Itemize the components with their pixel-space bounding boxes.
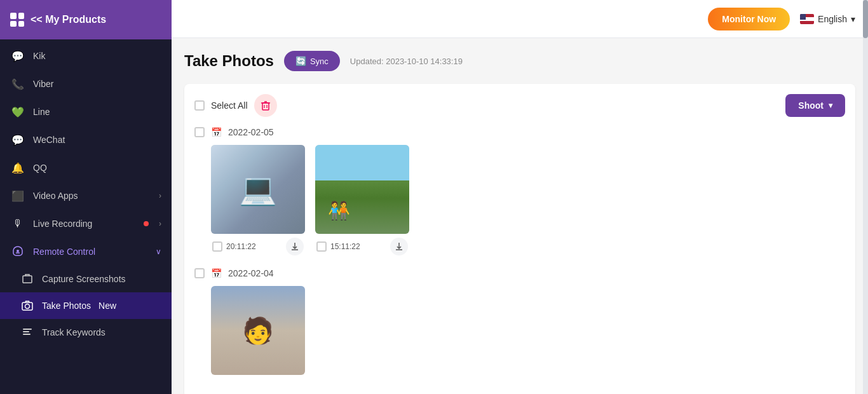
- language-selector[interactable]: English ▾: [800, 14, 855, 24]
- language-label: English: [818, 14, 847, 24]
- capture-screenshots-icon: [20, 272, 34, 286]
- sidebar-item-capture-screenshots[interactable]: Capture Screenshots: [0, 266, 172, 292]
- date-group-checkbox[interactable]: [194, 127, 205, 137]
- photo-check: 15:11:22: [316, 241, 360, 252]
- photo-image: 🧑‍🤝‍🧑: [315, 145, 409, 234]
- svg-rect-5: [23, 329, 32, 330]
- date-header-2: 📅 2022-02-04: [194, 268, 845, 278]
- topbar: Monitor Now English ▾: [172, 0, 868, 38]
- remote-control-icon: [10, 244, 25, 259]
- content-card: Select All Shoot ▾: [184, 84, 855, 394]
- date-text: 2022-02-04: [228, 268, 274, 278]
- photo-item: 🧑: [211, 286, 305, 375]
- download-button[interactable]: [286, 238, 304, 255]
- sidebar-header[interactable]: << My Products: [0, 0, 172, 39]
- monitor-now-button[interactable]: Monitor Now: [708, 8, 790, 31]
- chevron-down-icon: ∨: [156, 247, 161, 256]
- photo-time: 20:11:22: [226, 242, 256, 251]
- page-area: Take Photos 🔄 Sync Updated: 2023-10-10 1…: [172, 38, 868, 394]
- sidebar-item-remote-control[interactable]: Remote Control ∨: [0, 238, 172, 266]
- photo-thumbnail: 🧑: [211, 286, 305, 375]
- chevron-right-icon: ›: [159, 191, 161, 200]
- sidebar-item-qq[interactable]: 🔔 QQ: [0, 154, 172, 182]
- select-all-checkbox[interactable]: [194, 100, 205, 111]
- sidebar: << My Products 💬 Kik 📞 Viber 💚 Line 💬 We…: [0, 0, 172, 394]
- chevron-right-icon: ›: [159, 219, 161, 228]
- photo-checkbox[interactable]: [316, 241, 327, 252]
- photo-item: 20:11:22: [211, 145, 305, 255]
- updated-text: Updated: 2023-10-10 14:33:19: [350, 57, 463, 66]
- sidebar-item-label: Track Keywords: [42, 327, 105, 337]
- sidebar-item-label: Kik: [33, 51, 161, 61]
- sidebar-item-take-photos[interactable]: Take Photos New: [0, 292, 172, 319]
- svg-rect-7: [23, 334, 31, 335]
- shoot-label: Shoot: [798, 100, 824, 111]
- date-group-checkbox[interactable]: [194, 268, 205, 278]
- chevron-down-icon: ▾: [829, 101, 832, 110]
- viber-icon: 📞: [10, 76, 25, 92]
- sidebar-item-line[interactable]: 💚 Line: [0, 98, 172, 126]
- photo-thumbnail: [211, 145, 305, 234]
- sidebar-item-label: Line: [33, 107, 161, 117]
- svg-point-4: [25, 304, 30, 309]
- sidebar-item-kik[interactable]: 💬 Kik: [0, 42, 172, 70]
- photo-footer: 15:11:22: [315, 238, 409, 255]
- main-content: Monitor Now English ▾ Take Photos 🔄 Sync…: [172, 0, 868, 394]
- sidebar-item-label: Video Apps: [33, 191, 151, 201]
- delete-button[interactable]: [254, 94, 277, 117]
- svg-rect-2: [23, 276, 32, 283]
- date-text: 2022-02-05: [228, 127, 274, 137]
- download-button[interactable]: [390, 238, 408, 255]
- sync-button[interactable]: 🔄 Sync: [284, 51, 340, 71]
- sidebar-item-label: Remote Control: [33, 247, 148, 257]
- kik-icon: 💬: [10, 48, 25, 64]
- svg-rect-6: [23, 331, 29, 332]
- photo-footer: 20:11:22: [211, 238, 305, 255]
- select-all-label: Select All: [211, 100, 248, 111]
- sidebar-item-label: Live Recording: [33, 219, 136, 229]
- scrollbar-thumb[interactable]: [863, 0, 868, 38]
- sidebar-item-wechat[interactable]: 💬 WeChat: [0, 126, 172, 154]
- new-badge: New: [98, 301, 116, 311]
- date-group-1: 📅 2022-02-05 20:11:22: [194, 127, 845, 255]
- select-all-area: Select All: [194, 94, 277, 117]
- sidebar-item-live-recording[interactable]: 🎙 Live Recording ›: [0, 210, 172, 238]
- line-icon: 💚: [10, 104, 25, 119]
- svg-point-0: [17, 250, 19, 252]
- svg-rect-8: [262, 103, 269, 110]
- photo-checkbox[interactable]: [212, 241, 222, 252]
- date-group-2: 📅 2022-02-04 🧑: [194, 268, 845, 375]
- sidebar-item-label: Capture Screenshots: [42, 274, 126, 284]
- track-keywords-icon: [20, 325, 34, 339]
- video-apps-icon: ⬛: [10, 188, 25, 203]
- trash-icon: [260, 100, 271, 111]
- chevron-down-icon: ▾: [851, 14, 855, 24]
- live-recording-icon: 🎙: [10, 216, 25, 231]
- photo-image: [211, 145, 305, 234]
- photo-image: 🧑: [211, 286, 305, 375]
- page-header: Take Photos 🔄 Sync Updated: 2023-10-10 1…: [184, 51, 855, 71]
- sidebar-item-video-apps[interactable]: ⬛ Video Apps ›: [0, 182, 172, 210]
- sidebar-item-label: QQ: [33, 163, 161, 173]
- grid-icon: [10, 13, 24, 27]
- sync-label: Sync: [310, 57, 329, 66]
- sidebar-item-label: Viber: [33, 79, 161, 89]
- photo-thumbnail: 🧑‍🤝‍🧑: [315, 145, 409, 234]
- take-photos-icon: [20, 299, 34, 313]
- wechat-icon: 💬: [10, 132, 25, 147]
- page-title: Take Photos: [184, 52, 274, 70]
- sidebar-item-label: Take Photos: [42, 301, 91, 311]
- sidebar-item-viber[interactable]: 📞 Viber: [0, 70, 172, 98]
- sidebar-nav: 💬 Kik 📞 Viber 💚 Line 💬 WeChat 🔔 QQ ⬛ Vid…: [0, 39, 172, 394]
- photo-time: 15:11:22: [330, 242, 360, 251]
- calendar-icon: 📅: [211, 127, 222, 137]
- calendar-icon: 📅: [211, 268, 222, 278]
- flag-icon: [800, 14, 814, 24]
- photo-grid-2: 🧑: [194, 286, 845, 375]
- shoot-button[interactable]: Shoot ▾: [785, 94, 845, 117]
- sync-icon: 🔄: [295, 56, 306, 66]
- active-dot: [144, 221, 149, 226]
- sidebar-item-track-keywords[interactable]: Track Keywords: [0, 319, 172, 346]
- card-toolbar: Select All Shoot ▾: [194, 94, 845, 117]
- scrollbar-track: [863, 0, 868, 394]
